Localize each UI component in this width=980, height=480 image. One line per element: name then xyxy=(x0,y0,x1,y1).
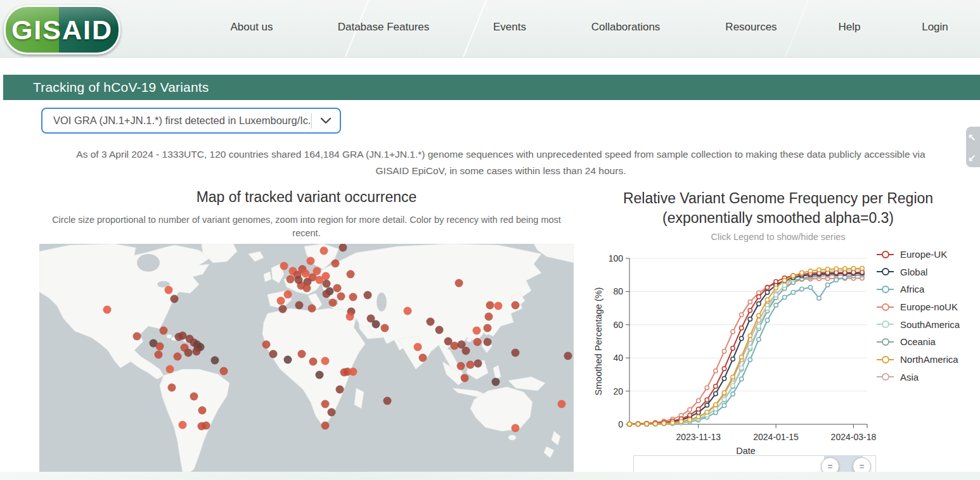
variant-dot[interactable] xyxy=(178,420,186,429)
variant-dot[interactable] xyxy=(277,296,285,305)
variant-dot[interactable] xyxy=(313,267,321,275)
variant-dot[interactable] xyxy=(419,354,427,362)
variant-dot[interactable] xyxy=(332,259,340,267)
variant-dot[interactable] xyxy=(165,365,174,373)
chevron-down-icon[interactable] xyxy=(312,118,340,124)
arrow-down-left-icon[interactable]: ↙ xyxy=(968,153,976,162)
variant-dot[interactable] xyxy=(435,326,443,334)
variant-dot[interactable] xyxy=(486,301,494,309)
variant-dot[interactable] xyxy=(413,343,422,351)
variant-dot[interactable] xyxy=(174,353,182,361)
variant-dot[interactable] xyxy=(484,312,493,320)
variant-dot[interactable] xyxy=(294,275,302,284)
variant-dot[interactable] xyxy=(461,374,469,382)
variant-dot[interactable] xyxy=(279,305,287,313)
variant-dot[interactable] xyxy=(403,306,411,315)
variant-dot[interactable] xyxy=(154,350,162,358)
variant-dot[interactable] xyxy=(494,302,503,310)
variant-dot[interactable] xyxy=(345,312,354,320)
variant-dot[interactable] xyxy=(467,360,475,369)
variant-dot[interactable] xyxy=(322,290,330,298)
variant-dot[interactable] xyxy=(427,318,435,326)
variant-dot[interactable] xyxy=(184,348,193,357)
variant-dot[interactable] xyxy=(349,293,357,301)
variant-dot[interactable] xyxy=(512,424,520,432)
variant-dot[interactable] xyxy=(168,384,176,392)
variant-dot[interactable] xyxy=(461,347,470,355)
variant-dot[interactable] xyxy=(328,298,337,306)
variant-dot[interactable] xyxy=(383,397,391,405)
nav-item-database-features[interactable]: Database Features xyxy=(338,21,430,34)
variant-dot[interactable] xyxy=(171,295,179,303)
arrow-up-left-icon[interactable]: ↖ xyxy=(968,132,976,142)
variant-dot[interactable] xyxy=(262,341,271,349)
variant-dot[interactable] xyxy=(211,356,219,364)
variant-dot[interactable] xyxy=(219,367,228,375)
legend-item-Global[interactable]: Global xyxy=(877,266,960,278)
nav-item-help[interactable]: Help xyxy=(839,21,861,34)
variant-dot[interactable] xyxy=(307,256,315,265)
variant-dot[interactable] xyxy=(155,342,164,350)
variant-dot[interactable] xyxy=(564,351,572,360)
legend-item-Asia[interactable]: Asia xyxy=(877,371,960,383)
variant-dot[interactable] xyxy=(269,350,278,358)
variant-dot[interactable] xyxy=(321,357,330,365)
map-canvas[interactable] xyxy=(39,244,574,472)
variant-dot[interactable] xyxy=(165,286,173,294)
variant-dot[interactable] xyxy=(321,421,330,429)
variant-dot[interactable] xyxy=(302,284,311,293)
variant-dot[interactable] xyxy=(380,324,389,332)
variant-dot[interactable] xyxy=(335,386,344,394)
legend-item-Europe-noUK[interactable]: Europe-noUK xyxy=(877,301,960,313)
variant-dot[interactable] xyxy=(202,422,210,430)
variant-dot[interactable] xyxy=(309,358,317,366)
variant-dot[interactable] xyxy=(363,291,371,299)
variant-dot[interactable] xyxy=(198,406,207,414)
variant-dot[interactable] xyxy=(474,338,482,346)
variant-dot[interactable] xyxy=(455,279,463,287)
variant-dot[interactable] xyxy=(133,332,141,340)
variant-dot[interactable] xyxy=(190,392,198,400)
variant-dot[interactable] xyxy=(333,284,341,292)
variant-dot[interactable] xyxy=(512,301,520,310)
variant-dot[interactable] xyxy=(372,320,380,329)
legend-item-Africa[interactable]: Africa xyxy=(877,283,960,295)
variant-dot[interactable] xyxy=(159,326,167,334)
legend-item-SouthAmerica[interactable]: SouthAmerica xyxy=(877,319,960,331)
gisaid-logo[interactable]: GISAID xyxy=(4,5,120,54)
nav-item-events[interactable]: Events xyxy=(493,21,526,34)
variant-dot[interactable] xyxy=(457,362,465,370)
variant-dot[interactable] xyxy=(297,350,306,358)
variant-dot[interactable] xyxy=(328,408,336,417)
variant-dot[interactable] xyxy=(337,292,345,300)
variant-select[interactable]: VOI GRA (JN.1+JN.1.*) first detected in … xyxy=(41,108,341,134)
variant-dot[interactable] xyxy=(557,400,565,408)
variant-dot[interactable] xyxy=(280,262,288,270)
nav-item-about-us[interactable]: About us xyxy=(230,21,273,34)
expand-widget[interactable]: ↖ ↙ xyxy=(966,127,980,167)
variant-dot[interactable] xyxy=(484,324,492,332)
variant-dot[interactable] xyxy=(512,348,520,357)
variant-dot[interactable] xyxy=(338,244,347,252)
variant-dot[interactable] xyxy=(484,338,492,346)
variant-dot[interactable] xyxy=(347,270,355,279)
variant-dot[interactable] xyxy=(307,304,316,312)
variant-dot[interactable] xyxy=(491,378,500,386)
variant-dot[interactable] xyxy=(321,400,330,408)
variant-dot[interactable] xyxy=(103,306,112,314)
legend-item-Oceania[interactable]: Oceania xyxy=(877,336,960,348)
variant-dot[interactable] xyxy=(322,279,330,287)
variant-dot[interactable] xyxy=(192,347,200,355)
variant-dot[interactable] xyxy=(340,369,348,377)
variant-dot[interactable] xyxy=(320,246,328,255)
legend-item-Europe-UK[interactable]: Europe-UK xyxy=(877,248,960,260)
variant-dot[interactable] xyxy=(349,367,357,376)
variant-dot[interactable] xyxy=(474,360,482,368)
variant-dot[interactable] xyxy=(315,371,323,379)
nav-item-collaborations[interactable]: Collaborations xyxy=(591,21,661,34)
nav-item-resources[interactable]: Resources xyxy=(725,21,777,34)
variant-dot[interactable] xyxy=(473,326,481,334)
variant-dot[interactable] xyxy=(283,355,292,363)
variant-dot[interactable] xyxy=(287,275,295,283)
nav-item-login[interactable]: Login xyxy=(922,21,948,34)
